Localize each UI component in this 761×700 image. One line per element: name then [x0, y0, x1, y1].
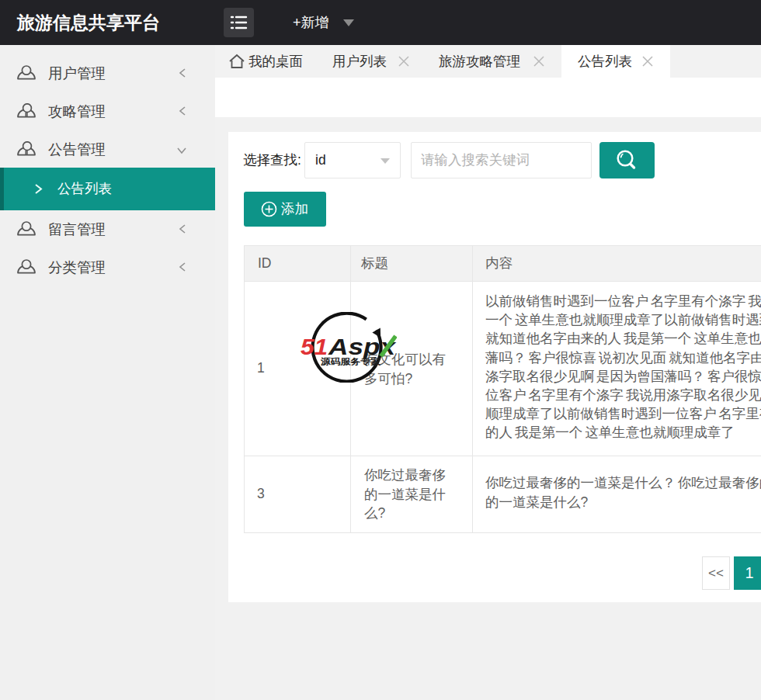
svg-text:51: 51 — [301, 334, 328, 359]
svg-text:源码服务专家: 源码服务专家 — [320, 356, 381, 366]
